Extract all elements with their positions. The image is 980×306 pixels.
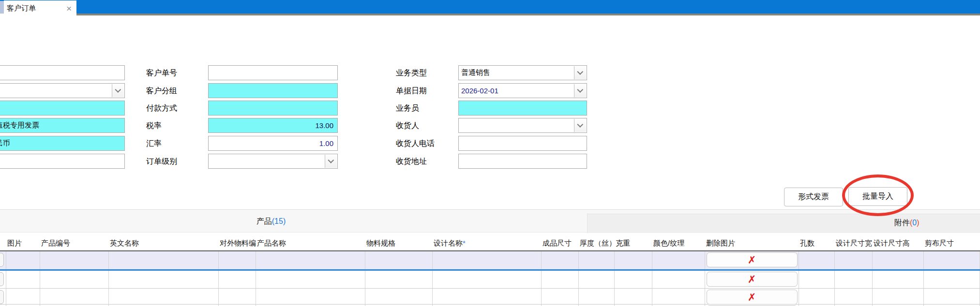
table-cell[interactable] [579,251,615,269]
table-cell[interactable] [40,271,109,288]
table-cell[interactable] [579,271,615,288]
table-cell[interactable] [873,271,924,288]
consignee-label: 收货人 [396,121,419,131]
delete-image-button[interactable]: ✗ [707,290,798,305]
table-cell[interactable] [873,251,924,269]
table-cell[interactable] [365,289,433,304]
table-cell[interactable] [799,289,835,304]
table-cell[interactable] [835,289,873,304]
table-cell[interactable] [433,271,542,288]
table-cell[interactable]: ✗ [705,251,799,269]
document-date-dropdown[interactable]: 2026-02-01 [458,83,587,98]
table-cell[interactable] [542,289,579,304]
consignee-dropdown-button[interactable] [574,119,586,132]
tab-attachments-label: 附件 [894,218,910,228]
partial-tab-sliver[interactable] [0,1,4,14]
consignee-phone-label: 收货人电话 [396,139,435,149]
delete-image-button[interactable]: ✗ [707,252,798,267]
exchange-rate-label: 汇率 [146,139,162,149]
customer-order-no-input[interactable] [208,65,338,80]
table-cell[interactable] [40,251,109,269]
tab-products[interactable]: 产品(15) [0,210,542,233]
table-cell[interactable] [924,251,980,269]
table-cell[interactable] [615,251,652,269]
table-cell[interactable] [835,271,873,288]
table-cell[interactable]: ✗ [705,289,799,304]
left-field-2-dropdown[interactable] [0,83,125,98]
table-cell[interactable] [873,289,924,304]
column-header-7: 设计名称* [433,235,542,250]
table-cell[interactable] [579,289,615,304]
document-date-dropdown-button[interactable] [574,84,586,97]
order-level-label: 订单级别 [146,157,177,167]
order-level-dropdown-button[interactable] [325,155,337,168]
currency-input[interactable]: 人民币 [0,136,125,151]
table-cell[interactable] [256,289,365,304]
table-cell[interactable] [256,271,365,288]
row-action-button-partial[interactable] [0,290,4,304]
business-type-dropdown[interactable]: 普通销售 [458,65,587,80]
business-type-dropdown-button[interactable] [574,66,586,79]
customer-order-window: 客户订单 × 增值税专用发票人民币客户单号客户分组付款方式税率13.00汇率1.… [0,0,980,306]
tab-attachments[interactable]: 附件(0) [894,216,920,230]
table-cell[interactable] [365,251,433,269]
customer-group-input[interactable] [208,83,338,98]
column-header-12: 删除图片 [705,235,799,250]
close-icon[interactable]: × [66,4,72,13]
table-cell[interactable] [365,271,433,288]
table-cell[interactable] [109,271,219,288]
exchange-rate-input[interactable]: 1.00 [208,136,338,151]
table-cell[interactable] [924,289,980,304]
table-cell[interactable] [835,251,873,269]
invoice-type-input[interactable]: 增值税专用发票 [0,118,125,133]
table-cell[interactable] [109,289,219,304]
table-cell[interactable] [542,271,579,288]
table-cell[interactable] [615,289,652,304]
table-cell[interactable] [652,271,705,288]
left-field-2-dropdown-button[interactable] [112,84,124,97]
table-cell[interactable] [924,271,980,288]
chevron-down-icon [577,87,583,93]
tax-rate-input[interactable]: 13.00 [208,118,338,133]
row-action-button-partial[interactable] [0,253,4,267]
table-cell[interactable] [542,251,579,269]
tab-attachments-panel[interactable] [587,214,980,233]
table-cell[interactable] [433,289,542,304]
table-cell[interactable] [256,251,365,269]
row-action-button-partial[interactable] [0,272,4,286]
table-cell[interactable] [652,289,705,304]
table-cell[interactable] [219,251,256,269]
table-cell[interactable] [433,251,542,269]
product-table-body: ✗✗✗✗ [0,251,980,306]
salesperson-input[interactable] [458,101,587,116]
document-date-value: 2026-02-01 [459,87,587,95]
table-cell[interactable] [799,271,835,288]
tax-rate-label: 税率 [146,121,162,131]
table-cell[interactable] [6,289,40,304]
table-cell[interactable] [615,271,652,288]
table-cell[interactable] [652,251,705,269]
tab-customer-order[interactable]: 客户订单 × [4,0,76,16]
column-header-16: 剪布尺寸 [924,235,980,250]
consignee-phone-input[interactable] [458,136,587,151]
table-cell[interactable] [219,289,256,304]
exchange-rate-value: 1.00 [209,139,337,147]
batch-import-button[interactable]: 批量导入 [848,187,907,206]
delivery-address-input[interactable] [458,154,587,169]
table-cell[interactable] [219,271,256,288]
left-field-1-input[interactable] [0,65,125,80]
order-level-dropdown[interactable] [208,154,338,169]
proforma-invoice-button[interactable]: 形式发票 [784,188,843,206]
table-cell[interactable] [109,251,219,269]
chevron-down-icon [328,157,334,163]
table-cell[interactable] [6,271,40,288]
consignee-dropdown[interactable] [458,118,587,133]
table-cell[interactable] [799,251,835,269]
table-cell[interactable] [40,289,109,304]
delete-image-button[interactable]: ✗ [707,272,798,287]
table-cell[interactable] [6,251,40,269]
left-field-6-input[interactable] [0,154,125,169]
payment-method-input[interactable] [208,101,338,116]
left-field-3-input[interactable] [0,101,125,116]
table-cell[interactable]: ✗ [705,271,799,288]
